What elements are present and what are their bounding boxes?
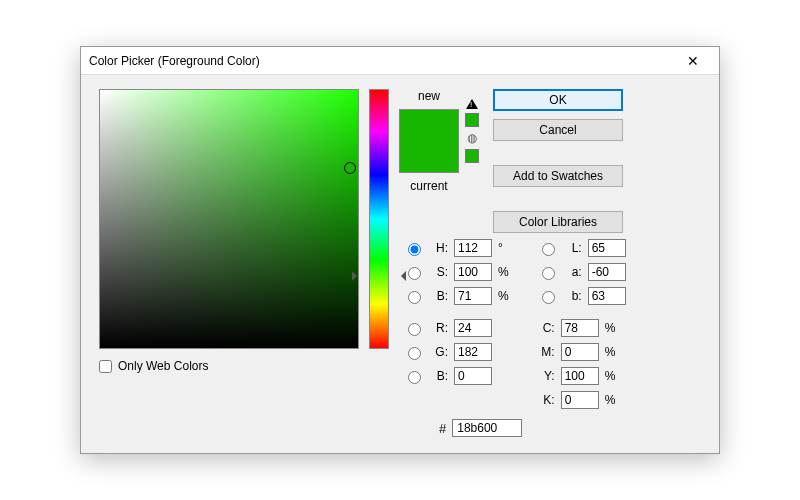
input-K[interactable]	[561, 391, 599, 409]
cancel-button[interactable]: Cancel	[493, 119, 623, 141]
input-S[interactable]	[454, 263, 492, 281]
gamut-warning-icon[interactable]	[466, 93, 478, 109]
input-Y[interactable]	[561, 367, 599, 385]
new-color-swatch[interactable]	[400, 110, 458, 141]
input-H[interactable]	[454, 239, 492, 257]
radio-L[interactable]	[537, 240, 558, 256]
websafe-cube-icon[interactable]: ◍	[467, 131, 477, 145]
input-G[interactable]	[454, 343, 492, 361]
only-web-colors-checkbox[interactable]: Only Web Colors	[99, 359, 359, 373]
radio-Bhsb[interactable]	[403, 288, 424, 304]
input-Bhsb[interactable]	[454, 287, 492, 305]
radio-a[interactable]	[537, 264, 558, 280]
color-libraries-button[interactable]: Color Libraries	[493, 211, 623, 233]
only-web-colors-label: Only Web Colors	[118, 359, 208, 373]
color-picker-dialog: Color Picker (Foreground Color) ✕ Only W…	[80, 46, 720, 454]
hex-label: #	[439, 421, 446, 436]
color-preview[interactable]	[399, 109, 459, 173]
close-icon: ✕	[687, 53, 699, 69]
saturation-brightness-field[interactable]	[99, 89, 359, 349]
input-Brgb[interactable]	[454, 367, 492, 385]
radio-Brgb[interactable]	[403, 368, 424, 384]
radio-b[interactable]	[537, 288, 558, 304]
add-to-swatches-button[interactable]: Add to Swatches	[493, 165, 623, 187]
radio-H[interactable]	[403, 240, 424, 256]
radio-G[interactable]	[403, 344, 424, 360]
radio-R[interactable]	[403, 320, 424, 336]
websafe-swatch[interactable]	[465, 149, 479, 163]
input-R[interactable]	[454, 319, 492, 337]
input-a[interactable]	[588, 263, 626, 281]
input-b[interactable]	[588, 287, 626, 305]
input-M[interactable]	[561, 343, 599, 361]
sb-picker-handle[interactable]	[344, 162, 356, 174]
new-color-label: new	[418, 89, 440, 103]
current-color-swatch[interactable]	[400, 141, 458, 172]
input-C[interactable]	[561, 319, 599, 337]
gamut-swatch[interactable]	[465, 113, 479, 127]
dialog-title: Color Picker (Foreground Color)	[89, 54, 675, 68]
titlebar[interactable]: Color Picker (Foreground Color) ✕	[81, 47, 719, 75]
ok-button[interactable]: OK	[493, 89, 623, 111]
input-hex[interactable]	[452, 419, 522, 437]
current-color-label: current	[410, 179, 447, 193]
radio-S[interactable]	[403, 264, 424, 280]
close-button[interactable]: ✕	[675, 49, 711, 73]
only-web-colors-input[interactable]	[99, 360, 112, 373]
input-L[interactable]	[588, 239, 626, 257]
hue-slider[interactable]	[369, 89, 389, 349]
